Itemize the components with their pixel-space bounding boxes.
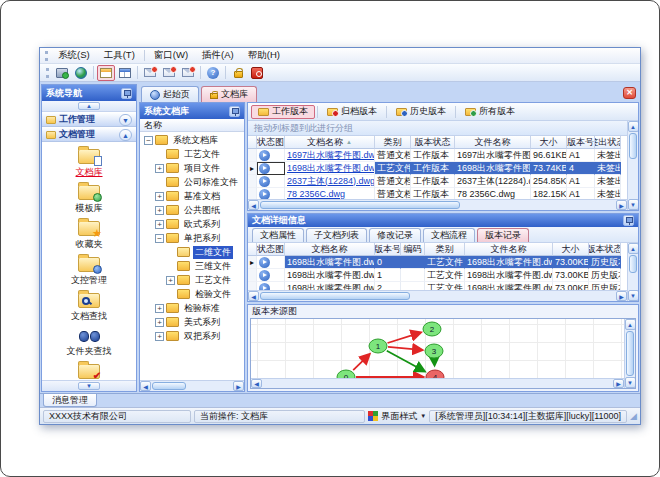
column-header-签出状态[interactable]: 签出状态 xyxy=(595,136,621,149)
collapse-up-button[interactable]: ▲ xyxy=(78,102,100,110)
scroll-thumb[interactable] xyxy=(629,133,637,159)
tree-node-公司标准文件[interactable]: 公司标准文件 xyxy=(140,175,244,189)
detail-tab-文档流程[interactable]: 文档流程 xyxy=(423,228,475,242)
tree-node-公共图纸[interactable]: +公共图纸 xyxy=(140,203,244,217)
expand-icon[interactable]: + xyxy=(155,192,164,201)
column-header-版本号[interactable]: 版本号 xyxy=(375,243,401,256)
scroll-thumb[interactable] xyxy=(260,201,460,209)
document-link[interactable]: 78 2356C.dwg xyxy=(287,189,345,199)
column-header-版本状态[interactable]: 版本状态 xyxy=(589,243,621,256)
button-所有版本[interactable]: 所有版本 xyxy=(458,105,522,119)
column-header-类别[interactable]: 类别 xyxy=(425,243,465,256)
message-manager-tab[interactable]: 消息管理 xyxy=(43,394,97,407)
tree-node-工艺文件[interactable]: +工艺文件 xyxy=(140,273,244,287)
pin-icon[interactable] xyxy=(121,88,132,99)
tree-node-双把系列[interactable]: +双把系列 xyxy=(140,329,244,343)
column-header-文档名称[interactable]: 文档名称 xyxy=(285,243,375,256)
table-row[interactable]: 1698出水嘴零件图.dwg2工艺文件1698出水嘴零件图.dwg73.00KB… xyxy=(248,282,627,290)
version-node-2[interactable]: 2 xyxy=(423,322,441,336)
sidebar-item-签出的文档[interactable]: ✔签出的文档 xyxy=(42,364,136,380)
table-row[interactable]: 2637主体(12284).dwg普通文档工作版本2637主体(12284).d… xyxy=(248,175,627,188)
help-button[interactable]: ? xyxy=(204,65,222,81)
resize-grip[interactable]: ◢ xyxy=(630,412,637,421)
tree-column-header[interactable]: 名称 xyxy=(140,119,244,132)
column-header-编码[interactable]: 编码 xyxy=(401,243,425,256)
expand-icon[interactable]: + xyxy=(155,220,164,229)
detail-tab-子文档列表[interactable]: 子文档列表 xyxy=(306,228,367,242)
scroll-right-arrow[interactable]: ▶ xyxy=(613,379,624,388)
ui-style-selector[interactable]: 界面样式 ▼ xyxy=(368,410,426,423)
tree-node-检验文件[interactable]: 检验文件 xyxy=(140,287,244,301)
column-header-状态图[interactable]: 状态图 xyxy=(257,136,285,149)
tree-node-美式系列[interactable]: +美式系列 xyxy=(140,315,244,329)
scroll-left-arrow[interactable]: ◀ xyxy=(248,291,259,301)
expand-icon[interactable]: + xyxy=(155,206,164,215)
chevron-down-icon[interactable]: ▼ xyxy=(119,114,132,126)
tree-hscrollbar[interactable]: ◀ ▶ xyxy=(140,380,244,391)
collapse-down-button[interactable]: ▼ xyxy=(78,382,100,390)
window-layout-button[interactable] xyxy=(116,65,134,81)
document-link[interactable]: 2637主体(12284).dwg xyxy=(287,175,375,188)
column-header-版本号[interactable]: 版本号 xyxy=(567,136,595,149)
tree-node-检验标准[interactable]: +检验标准 xyxy=(140,301,244,315)
tree-node-单把系列[interactable]: −单把系列 xyxy=(140,231,244,245)
close-tab-button[interactable]: ✕ xyxy=(623,87,636,99)
scroll-thumb[interactable] xyxy=(152,382,186,390)
menu-item[interactable]: 帮助(H) xyxy=(241,48,287,63)
mail-delete-button[interactable] xyxy=(141,65,159,81)
scroll-left-arrow[interactable]: ◀ xyxy=(248,200,259,210)
screen-button[interactable] xyxy=(53,65,71,81)
sidebar-item-文档查找[interactable]: 文档查找 xyxy=(42,293,136,323)
sidebar-item-文档库[interactable]: 文档库 xyxy=(42,149,136,179)
detail-hscrollbar[interactable]: ◀ ▶ xyxy=(248,290,627,301)
group-by-strip[interactable]: 拖动列标题到此进行分组 xyxy=(248,121,638,136)
shutdown-button[interactable] xyxy=(248,65,266,81)
menu-item[interactable]: 工具(T) xyxy=(97,48,142,63)
column-header-类别[interactable]: 类别 xyxy=(375,136,411,149)
pin-icon[interactable] xyxy=(229,106,240,117)
globe-button[interactable] xyxy=(72,65,90,81)
folder-window-button[interactable] xyxy=(97,65,115,81)
detail-tab-修改记录[interactable]: 修改记录 xyxy=(369,228,421,242)
scroll-down-arrow[interactable]: ▼ xyxy=(625,377,636,388)
table-row[interactable]: ▸1698出水嘴零件图.dwg工艺文件工作版本1698出水嘴零件图.dwg73.… xyxy=(248,162,627,175)
scroll-thumb[interactable] xyxy=(629,255,637,273)
scroll-down-arrow[interactable]: ▼ xyxy=(628,290,639,301)
chevron-up-icon[interactable]: ▲ xyxy=(119,129,132,141)
expand-icon[interactable]: + xyxy=(155,304,164,313)
scroll-right-arrow[interactable]: ▶ xyxy=(616,200,627,210)
table-row[interactable]: ▸1698出水嘴零件图.dwg0工艺文件1698出水嘴零件图.dwg73.00K… xyxy=(248,256,627,269)
scroll-left-arrow[interactable]: ◀ xyxy=(140,381,151,391)
graph-vscrollbar[interactable]: ▲ ▼ xyxy=(624,319,635,388)
menu-item[interactable]: 窗口(W) xyxy=(147,48,195,63)
detail-tab-版本记录[interactable]: 版本记录 xyxy=(477,228,529,242)
tree-node-欧式系列[interactable]: +欧式系列 xyxy=(140,217,244,231)
tree-node-二维文件[interactable]: 二维文件 xyxy=(140,245,244,259)
scroll-up-arrow[interactable]: ▲ xyxy=(628,243,639,254)
scroll-right-arrow[interactable]: ▶ xyxy=(233,381,244,391)
tab-文档库[interactable]: 文档库 xyxy=(201,86,257,102)
detail-vscrollbar[interactable]: ▲ ▼ xyxy=(627,243,638,301)
document-link[interactable]: 1697出水嘴零件图.dwg xyxy=(287,149,375,162)
menubar-grip[interactable] xyxy=(45,51,48,61)
tree-node-系统文档库[interactable]: −系统文档库 xyxy=(140,133,244,147)
pin-icon[interactable] xyxy=(623,215,634,226)
lock-button[interactable] xyxy=(229,65,247,81)
expand-icon[interactable]: + xyxy=(155,332,164,341)
table-vscrollbar[interactable]: ▲ ▼ xyxy=(627,121,638,210)
tab-起始页[interactable]: 起始页 xyxy=(141,86,199,102)
tree-node-项目文件[interactable]: +项目文件 xyxy=(140,161,244,175)
button-工作版本[interactable]: 工作版本 xyxy=(251,105,315,119)
collapse-icon[interactable]: − xyxy=(144,136,153,145)
scroll-thumb[interactable] xyxy=(260,292,410,300)
mail-send-button[interactable] xyxy=(160,65,178,81)
toolbar-grip[interactable] xyxy=(46,68,49,78)
menu-item[interactable]: 系统(S) xyxy=(51,48,97,63)
table-hscrollbar[interactable]: ◀ ▶ xyxy=(248,199,627,210)
sidebar-item-文件夹查找[interactable]: 文件夹查找 xyxy=(42,329,136,358)
scroll-left-arrow[interactable]: ◀ xyxy=(251,379,262,388)
sidebar-item-收藏夹[interactable]: ★收藏夹 xyxy=(42,221,136,251)
tree-node-工艺文件[interactable]: 工艺文件 xyxy=(140,147,244,161)
table-row[interactable]: 1698出水嘴零件图.dwg1工艺文件1698出水嘴零件图.dwg73.00KB… xyxy=(248,269,627,282)
button-历史版本[interactable]: 历史版本 xyxy=(389,105,453,119)
